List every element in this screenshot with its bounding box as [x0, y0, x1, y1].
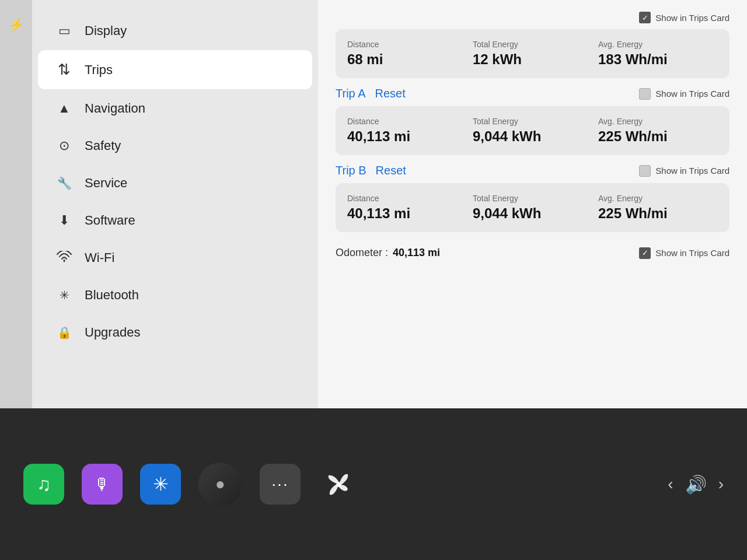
trip-a-total-energy-value: 9,044 kWh	[473, 128, 592, 145]
upgrades-icon: 🔒	[55, 326, 73, 340]
trip-a-distance-label: Distance	[347, 117, 467, 126]
sidebar-label-safety: Safety	[85, 138, 121, 153]
more-app[interactable]: ···	[260, 464, 301, 505]
trip-b-reset-button[interactable]: Reset	[376, 164, 406, 177]
lifetime-avg-energy-label: Avg. Energy	[598, 40, 718, 49]
left-accent: ⚡	[0, 0, 32, 408]
lifetime-show-in-trips-checkbox[interactable]: ✓	[639, 12, 651, 23]
trips-icon: ⇅	[55, 61, 73, 79]
sidebar-label-bluetooth: Bluetooth	[85, 288, 139, 303]
more-icon: ···	[271, 475, 288, 494]
sidebar-item-safety[interactable]: ⊙ Safety	[38, 128, 312, 164]
trip-b-total-energy-label: Total Energy	[473, 194, 592, 203]
trip-b-total-energy-value: 9,044 kWh	[473, 205, 592, 222]
trip-b-avg-energy-label: Avg. Energy	[598, 194, 718, 203]
trip-b-total-energy-stat: Total Energy 9,044 kWh	[473, 194, 592, 222]
lifetime-avg-energy-stat: Avg. Energy 183 Wh/mi	[598, 40, 718, 68]
spotify-app[interactable]: ♫	[23, 464, 64, 505]
lifetime-show-in-trips-label: Show in Trips Card	[655, 13, 729, 23]
trip-a-distance-stat: Distance 40,113 mi	[347, 117, 467, 145]
lifetime-total-energy-value: 12 kWh	[473, 51, 592, 68]
odometer-trips-card-row: ✓ Show in Trips Card	[639, 247, 729, 259]
software-icon: ⬇	[55, 213, 73, 228]
sidebar-item-navigation[interactable]: ▲ Navigation	[38, 90, 312, 127]
podcasts-app[interactable]: 🎙	[82, 464, 123, 505]
trip-a-show-in-trips-checkbox[interactable]	[639, 88, 651, 100]
main-screen: ▭ Display ⇅ Trips ▲ Navigation ⊙ Safety …	[0, 0, 747, 408]
bluetooth-app[interactable]: ✳	[140, 464, 181, 505]
sidebar-label-service: Service	[85, 176, 127, 191]
trip-a-stats-card: Distance 40,113 mi Total Energy 9,044 kW…	[336, 106, 729, 155]
odometer-show-in-trips-checkbox[interactable]: ✓	[639, 247, 651, 259]
sidebar-label-display: Display	[85, 23, 127, 38]
trip-a-reset-button[interactable]: Reset	[375, 87, 406, 100]
sidebar-item-software[interactable]: ⬇ Software	[38, 202, 312, 239]
trip-b-trips-card-row: Show in Trips Card	[639, 165, 729, 177]
trip-a-avg-energy-value: 225 Wh/mi	[598, 128, 718, 145]
trip-b-header: Trip B Reset Show in Trips Card	[336, 164, 729, 177]
service-icon: 🔧	[55, 176, 73, 190]
odometer-info: Odometer : 40,113 mi	[336, 247, 440, 259]
sidebar-label-upgrades: Upgrades	[85, 325, 140, 340]
trip-b-distance-stat: Distance 40,113 mi	[347, 194, 467, 222]
sidebar-item-trips[interactable]: ⇅ Trips	[38, 50, 312, 89]
trip-b-distance-value: 40,113 mi	[347, 205, 467, 222]
navigation-icon: ▲	[55, 101, 73, 116]
sidebar-item-service[interactable]: 🔧 Service	[38, 165, 312, 201]
sidebar-label-wifi: Wi-Fi	[85, 250, 114, 265]
sidebar-item-wifi[interactable]: Wi-Fi	[38, 240, 312, 276]
sidebar-label-trips: Trips	[85, 62, 113, 78]
lifetime-distance-label: Distance	[347, 40, 467, 49]
lifetime-total-energy-label: Total Energy	[473, 40, 592, 49]
odometer-label: Odometer :	[336, 247, 388, 259]
trip-b-avg-energy-value: 225 Wh/mi	[598, 205, 718, 222]
trip-a-distance-value: 40,113 mi	[347, 128, 467, 145]
trip-a-total-energy-stat: Total Energy 9,044 kWh	[473, 117, 592, 145]
trip-b-show-in-trips-label: Show in Trips Card	[655, 166, 729, 176]
bluetooth-icon: ✳	[55, 288, 73, 302]
next-button[interactable]: ›	[718, 475, 724, 494]
trip-a-avg-energy-label: Avg. Energy	[598, 117, 718, 126]
trip-a-header: Trip A Reset Show in Trips Card	[336, 87, 729, 100]
lifetime-total-energy-stat: Total Energy 12 kWh	[473, 40, 592, 68]
trip-a-show-in-trips-label: Show in Trips Card	[655, 89, 729, 99]
lifetime-distance-stat: Distance 68 mi	[347, 40, 467, 68]
lifetime-avg-energy-value: 183 Wh/mi	[598, 51, 718, 68]
lifetime-stats-card: Distance 68 mi Total Energy 12 kWh Avg. …	[336, 29, 729, 78]
volume-icon[interactable]: 🔊	[685, 474, 707, 495]
safety-icon: ⊙	[55, 138, 73, 153]
lifetime-distance-value: 68 mi	[347, 51, 467, 68]
prev-button[interactable]: ‹	[668, 475, 673, 494]
sidebar-label-navigation: Navigation	[85, 101, 145, 116]
trip-b-avg-energy-stat: Avg. Energy 225 Wh/mi	[598, 194, 718, 222]
trips-content: ✓ Show in Trips Card Distance 68 mi Tota…	[318, 0, 747, 408]
trip-b-title: Trip B	[336, 164, 366, 177]
sidebar-item-bluetooth[interactable]: ✳ Bluetooth	[38, 277, 312, 313]
odometer-show-in-trips-label: Show in Trips Card	[655, 248, 729, 258]
taskbar-controls: ‹ 🔊 ›	[668, 474, 724, 495]
fan-icon	[323, 468, 355, 501]
display-icon: ▭	[55, 23, 73, 38]
trip-a-trips-card-row: Show in Trips Card	[639, 88, 729, 100]
trip-b-stats-card: Distance 40,113 mi Total Energy 9,044 kW…	[336, 183, 729, 232]
odometer-row: Odometer : 40,113 mi ✓ Show in Trips Car…	[336, 241, 729, 265]
sidebar: ▭ Display ⇅ Trips ▲ Navigation ⊙ Safety …	[32, 0, 318, 408]
bluetooth-icon: ✳	[153, 473, 169, 495]
taskbar: ♫ 🎙 ✳ ● ··· ‹ 🔊 ›	[0, 408, 747, 560]
trip-b-show-in-trips-checkbox[interactable]	[639, 165, 651, 177]
sidebar-item-display[interactable]: ▭ Display	[38, 13, 312, 49]
wifi-icon	[55, 251, 73, 265]
trip-a-avg-energy-stat: Avg. Energy 225 Wh/mi	[598, 117, 718, 145]
trip-a-title: Trip A	[336, 87, 366, 100]
mic-app[interactable]: ●	[198, 463, 242, 506]
sidebar-item-upgrades[interactable]: 🔒 Upgrades	[38, 314, 312, 351]
trip-b-distance-label: Distance	[347, 194, 467, 203]
fan-app[interactable]	[318, 464, 359, 505]
mic-icon: ●	[215, 475, 225, 494]
trip-a-total-energy-label: Total Energy	[473, 117, 592, 126]
odometer-value: 40,113 mi	[393, 247, 440, 259]
podcasts-icon: 🎙	[94, 475, 110, 494]
sidebar-label-software: Software	[85, 213, 135, 228]
spotify-icon: ♫	[37, 474, 51, 495]
tesla-icon: ⚡	[0, 0, 32, 33]
